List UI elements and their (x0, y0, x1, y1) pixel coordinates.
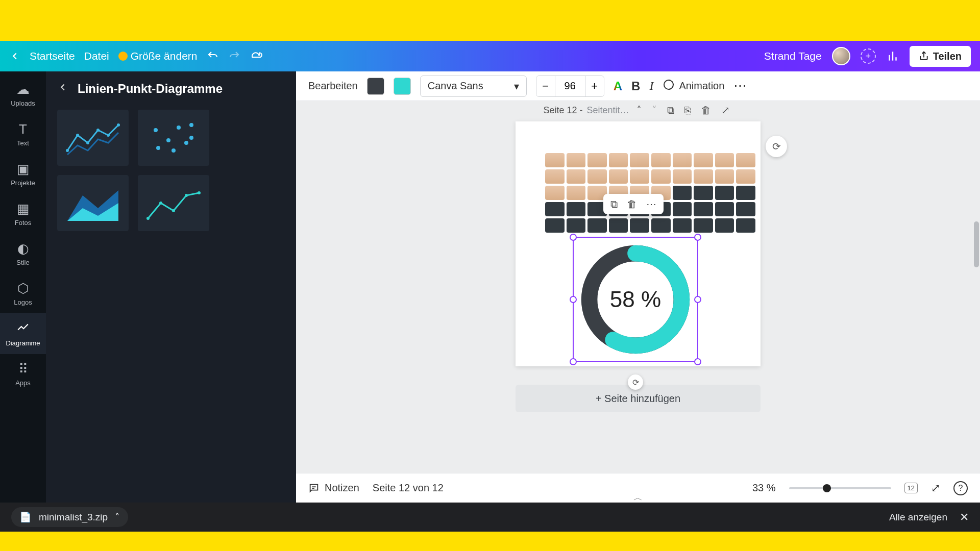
uploads-icon: ☁ (16, 82, 30, 97)
text-color-icon[interactable]: A (614, 79, 622, 93)
download-bar: 📄 minimalist_3.zip ˄ Alle anzeigen ✕ (0, 503, 980, 532)
close-icon[interactable]: ✕ (960, 511, 969, 524)
rail-uploads-label: Uploads (11, 99, 35, 107)
header-left: Startseite Datei Größe ändern (9, 49, 263, 63)
notes-button[interactable]: Notizen (308, 482, 359, 494)
download-filename: minimalist_3.zip (39, 512, 108, 523)
icon-rail: ☁ Uploads T Text ▣ Projekte ▦ Fotos ◐ St… (0, 71, 46, 503)
font-select[interactable]: Canva Sans ▾ (420, 76, 527, 97)
donut-selection[interactable]: 58 % ⟳ (573, 237, 698, 362)
font-size-stepper: − + (536, 76, 604, 97)
rail-styles[interactable]: ◐ Stile (0, 234, 46, 273)
canvas-viewport[interactable]: ⟳ ⧉ 🗑 ⋯ (296, 119, 980, 473)
show-all-button[interactable]: Alle anzeigen (889, 512, 947, 523)
project-name[interactable]: Strand Tage (764, 50, 822, 62)
side-panel-header: Linien-Punkt-Diagramme (57, 81, 285, 96)
more-icon[interactable]: ⋯ (733, 78, 748, 94)
chevron-up-icon[interactable]: ˄ (115, 511, 120, 523)
zoom-slider[interactable] (789, 487, 891, 489)
cloud-sync-icon[interactable] (250, 49, 263, 63)
editor-area: Bearbeiten Canva Sans ▾ − + A B I (296, 71, 980, 503)
trash-icon[interactable]: 🗑 (627, 198, 637, 210)
expand-page-icon[interactable]: ⤢ (718, 104, 733, 116)
zoom-value: 33 % (752, 482, 776, 494)
svg-point-17 (189, 136, 193, 140)
add-page-label: + Seite hinzufügen (596, 393, 680, 405)
page-up-icon[interactable]: ˄ (633, 104, 645, 116)
animation-label: Animation (679, 80, 724, 92)
fullscreen-icon[interactable]: ⤢ (931, 482, 940, 495)
rail-apps[interactable]: ⠿ Apps (0, 354, 46, 394)
size-plus[interactable]: + (585, 76, 604, 96)
svg-point-8 (107, 134, 110, 137)
insights-icon[interactable] (886, 49, 899, 63)
rail-logos[interactable]: ⬡ Logos (0, 273, 46, 313)
svg-point-20 (146, 217, 150, 220)
resize-button[interactable]: Größe ändern (118, 50, 198, 62)
back-icon[interactable] (9, 51, 20, 62)
page-counter: Seite 12 von 12 (373, 482, 444, 494)
file-icon: 📄 (19, 511, 32, 523)
font-size-input[interactable] (555, 76, 585, 96)
element-more-icon[interactable]: ⋯ (646, 198, 656, 210)
vertical-scrollbar[interactable] (974, 221, 979, 267)
file-button[interactable]: Datei (84, 50, 109, 62)
delete-page-icon[interactable]: 🗑 (698, 105, 714, 116)
rail-photos[interactable]: ▦ Fotos (0, 194, 46, 234)
svg-point-22 (172, 209, 175, 212)
apps-icon: ⠿ (18, 361, 28, 377)
copy-icon[interactable]: ⧉ (610, 198, 618, 210)
page-label: Seite 12 - (543, 105, 582, 116)
color-swatch-b[interactable] (394, 78, 411, 95)
rail-photos-label: Fotos (15, 219, 32, 227)
color-swatch-a[interactable] (367, 78, 384, 95)
side-panel-title: Linien-Punkt-Diagramme (78, 82, 223, 96)
copy-page-icon[interactable]: ⎘ (681, 105, 694, 116)
page-chip[interactable]: 12 (904, 483, 918, 493)
avatar[interactable] (832, 47, 850, 65)
pictogram-grid[interactable] (545, 153, 755, 233)
page-title-placeholder[interactable]: Seitentit… (587, 105, 629, 116)
share-button[interactable]: Teilen (910, 46, 971, 67)
svg-point-10 (154, 128, 158, 132)
refresh-icon[interactable]: ⟳ (766, 136, 787, 157)
header-bar: Startseite Datei Größe ändern Strand Tag… (0, 41, 980, 71)
svg-point-4 (66, 149, 69, 152)
undo-icon[interactable] (207, 50, 219, 62)
chart-thumb-multiline[interactable] (57, 110, 129, 166)
rail-uploads[interactable]: ☁ Uploads (0, 74, 46, 114)
svg-point-11 (166, 138, 170, 142)
styles-icon: ◐ (17, 241, 29, 257)
text-icon: T (19, 121, 27, 137)
zoom-thumb[interactable] (823, 484, 831, 492)
add-user-button[interactable]: + (861, 48, 876, 64)
rail-projects[interactable]: ▣ Projekte (0, 154, 46, 194)
svg-point-21 (159, 202, 162, 205)
edit-button[interactable]: Bearbeiten (308, 80, 358, 92)
animation-button[interactable]: Animation (663, 79, 724, 93)
bold-button[interactable]: B (631, 79, 640, 93)
svg-point-16 (184, 141, 188, 145)
chevron-down-icon: ▾ (514, 80, 519, 92)
rail-charts[interactable]: Diagramme (0, 313, 46, 354)
page-card[interactable]: ⟳ ⧉ 🗑 ⋯ (516, 121, 761, 366)
size-minus[interactable]: − (536, 76, 555, 96)
rotate-handle[interactable]: ⟳ (628, 374, 643, 390)
duplicate-page-icon[interactable]: ⧉ (664, 105, 677, 116)
page-down-icon[interactable]: ˅ (649, 104, 660, 116)
animation-icon (663, 79, 675, 93)
download-chip[interactable]: 📄 minimalist_3.zip ˄ (11, 507, 128, 527)
chart-thumb-scatter[interactable] (138, 110, 209, 166)
chart-thumb-line[interactable] (138, 175, 209, 231)
help-icon[interactable]: ? (953, 481, 968, 495)
context-toolbar: Bearbeiten Canva Sans ▾ − + A B I (296, 71, 980, 101)
rail-charts-label: Diagramme (6, 339, 40, 347)
home-button[interactable]: Startseite (30, 50, 75, 62)
chart-thumb-area[interactable] (57, 175, 129, 231)
redo-icon[interactable] (228, 50, 240, 62)
side-panel: Linien-Punkt-Diagramme (46, 71, 296, 503)
rail-text[interactable]: T Text (0, 114, 46, 154)
side-back-icon[interactable] (57, 81, 68, 96)
italic-button[interactable]: I (649, 79, 653, 93)
expand-up-icon[interactable]: ︿ (633, 491, 643, 504)
